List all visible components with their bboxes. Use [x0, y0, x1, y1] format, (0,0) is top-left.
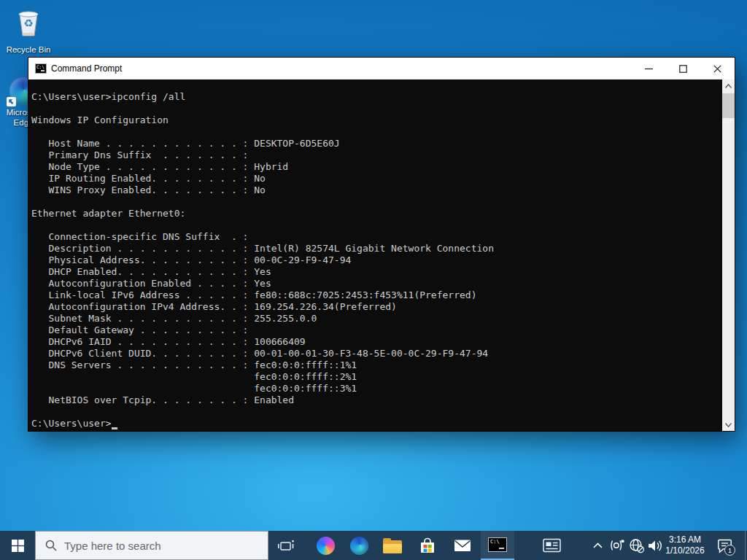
maximize-button[interactable] [666, 58, 700, 79]
edge-taskbar-button[interactable] [342, 531, 376, 560]
speaker-icon [647, 539, 663, 553]
microsoft-store-button[interactable] [411, 531, 444, 560]
close-button[interactable] [700, 58, 735, 79]
cmd-window-icon: C:\ [35, 63, 47, 74]
meet-now-icon [609, 539, 625, 552]
action-center-button[interactable]: 1 [708, 531, 741, 560]
news-widget-button[interactable] [537, 531, 566, 560]
command-prompt-taskbar-button[interactable]: C:\ [481, 531, 514, 560]
command-prompt-icon: C:\ [488, 537, 507, 552]
file-explorer-icon [383, 538, 402, 553]
scrollbar-up-arrow[interactable] [722, 79, 735, 92]
copilot-icon [317, 537, 335, 555]
notification-count-badge: 1 [724, 545, 735, 556]
edge-icon [350, 537, 368, 555]
search-input[interactable] [64, 540, 254, 552]
search-icon [45, 540, 57, 551]
console-area[interactable]: C:\Users\user>ipconfig /all Windows IP C… [28, 79, 735, 431]
taskbar-clock[interactable]: 3:16 AM 1/10/2026 [662, 531, 708, 560]
minimize-button[interactable] [632, 58, 666, 79]
console-output: C:\Users\user>ipconfig /all Windows IP C… [28, 79, 722, 431]
cmd-icon-text: C:\ [36, 64, 44, 69]
network-globe-icon [628, 538, 645, 553]
mail-icon [453, 537, 472, 553]
clock-date: 1/10/2026 [665, 545, 704, 556]
desktop: { "colors": { "desktop_blue": "#1a8ad2",… [0, 0, 747, 560]
taskbar-search[interactable] [35, 531, 268, 560]
shortcut-arrow-icon [7, 97, 16, 106]
scrollbar-thumb[interactable] [722, 93, 735, 118]
window-titlebar[interactable]: C:\ Command Prompt [28, 58, 735, 79]
meet-now-button[interactable] [608, 531, 627, 560]
network-status-button[interactable] [627, 531, 646, 560]
recycle-bin-icon[interactable]: ♻ Recycle Bin [5, 6, 52, 55]
console-scrollbar[interactable] [722, 79, 735, 431]
microsoft-store-icon [418, 536, 437, 555]
console-cursor [112, 427, 117, 429]
mail-button[interactable] [446, 531, 479, 560]
recycle-bin-label: Recycle Bin [5, 44, 52, 55]
clock-time: 3:16 AM [669, 534, 701, 545]
hidden-icons-button[interactable] [588, 531, 607, 560]
scrollbar-down-arrow[interactable] [722, 419, 735, 431]
cmd-icon-text: C:\ [490, 539, 500, 545]
command-prompt-window: C:\ Command Prompt C:\Users\user>ipconfi… [28, 57, 735, 432]
copilot-button[interactable] [309, 531, 342, 560]
recycle-bin-glyph: ♻ [12, 6, 45, 39]
window-title: Command Prompt [51, 63, 122, 74]
task-view-icon [277, 537, 295, 553]
windows-logo-icon [12, 540, 24, 552]
svg-text:♻: ♻ [23, 17, 33, 30]
chevron-up-icon [593, 542, 603, 548]
news-icon [543, 538, 561, 553]
task-view-button[interactable] [269, 531, 303, 560]
taskbar: C:\ [0, 531, 747, 560]
start-button[interactable] [0, 531, 35, 560]
file-explorer-button[interactable] [376, 531, 409, 560]
